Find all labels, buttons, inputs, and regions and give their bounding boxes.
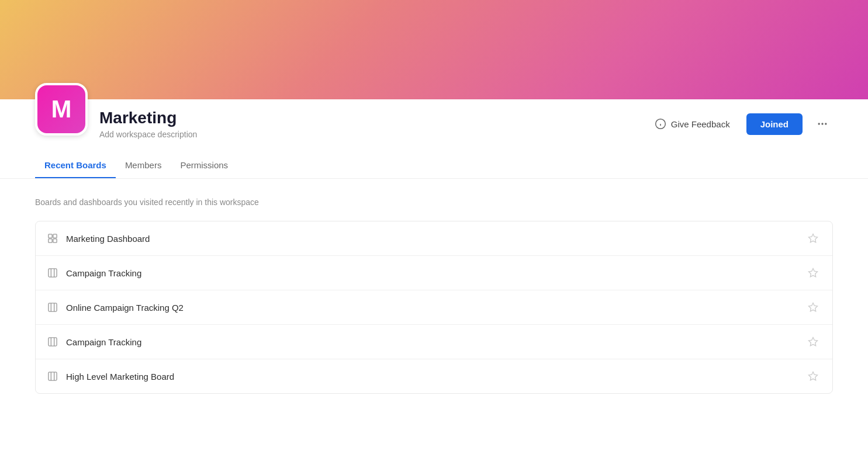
svg-marker-24 [809, 372, 818, 380]
svg-rect-7 [53, 239, 57, 242]
svg-point-3 [825, 123, 826, 124]
board-icon [47, 337, 58, 347]
board-icon [47, 268, 58, 278]
board-name: Marketing Dashboard [66, 234, 805, 244]
workspace-name: Marketing [99, 109, 648, 127]
svg-rect-5 [53, 234, 57, 238]
board-item[interactable]: High Level Marketing Board [36, 359, 832, 393]
svg-rect-17 [49, 338, 57, 346]
board-item[interactable]: Marketing Dashboard [36, 221, 832, 256]
feedback-icon [655, 118, 666, 130]
svg-point-1 [818, 123, 820, 124]
give-feedback-button[interactable]: Give Feedback [648, 113, 737, 134]
main-content: Boards and dashboards you visited recent… [0, 179, 868, 461]
board-name: Campaign Tracking [66, 268, 805, 278]
joined-button[interactable]: Joined [746, 113, 803, 135]
svg-rect-9 [49, 269, 57, 277]
tab-members[interactable]: Members [116, 153, 171, 178]
star-icon [808, 371, 818, 382]
star-icon [808, 268, 818, 278]
star-button[interactable] [805, 369, 821, 384]
give-feedback-label: Give Feedback [671, 119, 730, 129]
logo-letter: M [51, 95, 72, 123]
star-button[interactable] [805, 300, 821, 315]
svg-rect-4 [49, 234, 52, 238]
board-name: Online Campaign Tracking Q2 [66, 303, 805, 313]
board-item[interactable]: Campaign Tracking [36, 256, 832, 290]
svg-marker-12 [809, 269, 818, 277]
board-item[interactable]: Online Campaign Tracking Q2 [36, 290, 832, 325]
svg-rect-21 [49, 372, 57, 380]
workspace-info: Marketing Add workspace description [99, 109, 648, 139]
workspace-description[interactable]: Add workspace description [99, 130, 648, 139]
board-icon [47, 302, 58, 313]
workspace-header: M Marketing Add workspace description Gi… [35, 99, 833, 148]
star-icon [808, 233, 818, 244]
more-options-button[interactable] [812, 113, 833, 134]
svg-point-2 [821, 123, 823, 124]
star-button[interactable] [805, 334, 821, 349]
board-name: Campaign Tracking [66, 337, 805, 347]
svg-rect-6 [49, 239, 52, 242]
svg-rect-13 [49, 303, 57, 311]
svg-marker-16 [809, 303, 818, 311]
star-button[interactable] [805, 231, 821, 246]
tabs: Recent Boards Members Permissions [35, 153, 833, 178]
workspace-section: M Marketing Add workspace description Gi… [0, 99, 868, 179]
header-banner [0, 0, 868, 99]
board-icon [47, 371, 58, 382]
star-button[interactable] [805, 265, 821, 280]
tab-permissions[interactable]: Permissions [171, 153, 237, 178]
svg-marker-20 [809, 338, 818, 346]
board-list: Marketing Dashboard Campaign Tracking [35, 221, 833, 394]
star-icon [808, 337, 818, 347]
board-item[interactable]: Campaign Tracking [36, 325, 832, 359]
star-icon [808, 302, 818, 313]
board-name: High Level Marketing Board [66, 372, 805, 382]
tab-recent-boards[interactable]: Recent Boards [35, 153, 116, 178]
svg-marker-8 [809, 234, 818, 242]
section-description: Boards and dashboards you visited recent… [35, 197, 833, 207]
dashboard-icon [47, 233, 58, 244]
workspace-actions: Give Feedback Joined [648, 113, 833, 135]
workspace-logo: M [35, 83, 88, 136]
more-icon [817, 118, 828, 130]
